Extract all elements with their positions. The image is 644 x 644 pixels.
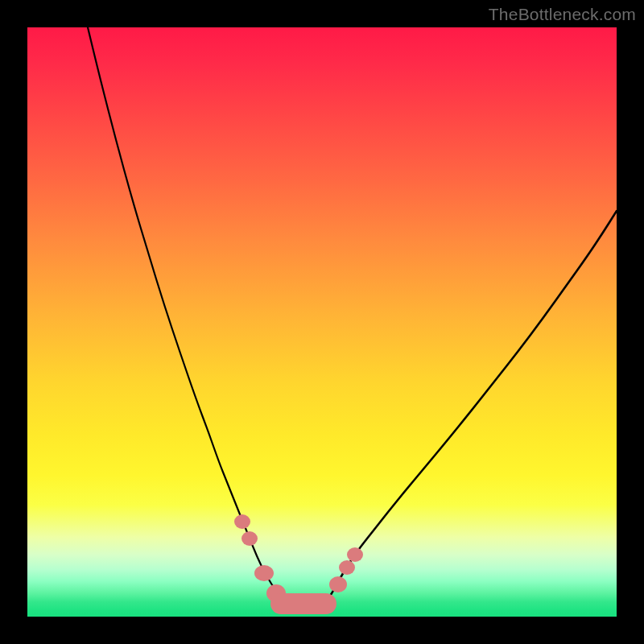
chart-frame: TheBottleneck.com xyxy=(0,0,644,644)
data-marker xyxy=(242,531,258,546)
data-marker xyxy=(329,576,347,592)
watermark-text: TheBottleneck.com xyxy=(489,5,636,24)
plot-area xyxy=(27,27,617,617)
data-marker xyxy=(254,565,274,581)
markers-group xyxy=(234,514,363,614)
valley-bottom-marker xyxy=(270,593,336,614)
data-marker xyxy=(234,514,250,529)
right-curve xyxy=(325,211,617,604)
data-marker xyxy=(347,547,363,562)
data-marker xyxy=(339,560,355,575)
left-curve xyxy=(88,27,287,602)
curves-svg xyxy=(27,27,617,617)
